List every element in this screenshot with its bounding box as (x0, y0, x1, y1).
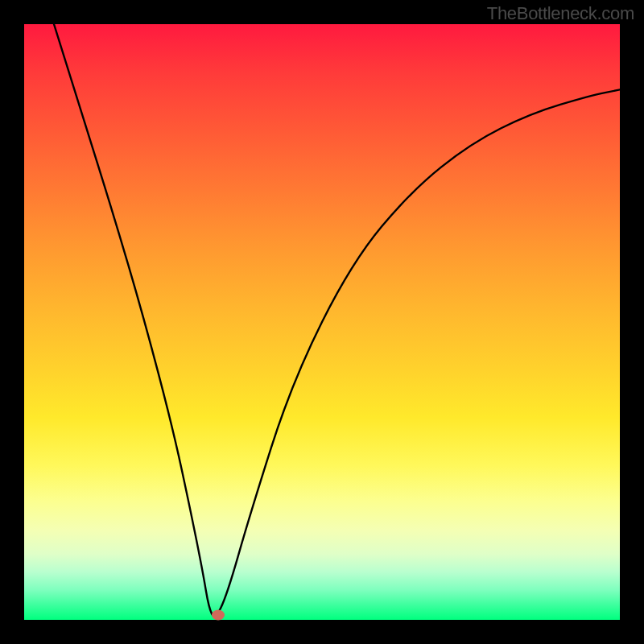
bottleneck-curve (54, 24, 620, 616)
optimal-point-marker (212, 610, 225, 621)
curve-layer (24, 24, 620, 620)
chart-container: TheBottleneck.com (0, 0, 644, 644)
attribution-label: TheBottleneck.com (487, 3, 634, 24)
plot-area (24, 24, 620, 620)
